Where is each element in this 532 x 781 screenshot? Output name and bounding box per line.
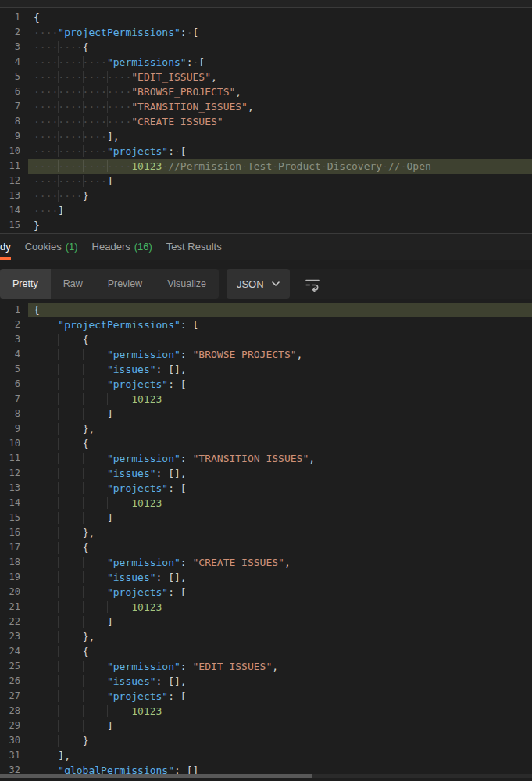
horizontal-scrollbar-thumb[interactable]	[0, 774, 312, 778]
code-text: "permission": "CREATE_ISSUES",	[28, 555, 532, 570]
code-line: 3 {	[0, 332, 532, 347]
line-number: 10	[0, 436, 28, 451]
code-line: 9 },	[0, 421, 532, 436]
code-text: ]	[28, 511, 532, 525]
line-number: 17	[0, 540, 28, 555]
line-number: 16	[0, 525, 28, 540]
tab-body-label: dy	[0, 241, 11, 253]
response-body-viewer[interactable]: 1{2 "projectPermissions": [3 {4 "permiss…	[0, 300, 532, 778]
code-line[interactable]: 12············]	[0, 174, 532, 188]
view-mode-pretty[interactable]: Pretty	[0, 269, 51, 299]
code-text: ················"EDIT_ISSUES",	[28, 70, 532, 84]
line-number: 27	[0, 689, 28, 704]
code-text: "issues": [],	[28, 466, 532, 481]
line-number: 7	[0, 392, 28, 407]
line-number: 14	[0, 203, 28, 218]
code-line: 15 ]	[0, 511, 532, 525]
code-line[interactable]: 8················"CREATE_ISSUES"	[0, 114, 532, 129]
line-number: 25	[0, 659, 28, 674]
format-dropdown-label: JSON	[237, 278, 264, 290]
code-text: "permission": "EDIT_ISSUES",	[28, 659, 532, 674]
code-line: 24 {	[0, 644, 532, 659]
code-line[interactable]: 15}	[0, 218, 532, 233]
code-text: ],	[28, 748, 532, 763]
wrap-text-button[interactable]	[304, 275, 321, 292]
code-line[interactable]: 14····]	[0, 203, 532, 218]
line-number: 3	[0, 40, 28, 55]
line-number: 29	[0, 718, 28, 733]
code-line[interactable]: 1{	[0, 10, 532, 25]
code-line: 21 10123	[0, 600, 532, 614]
code-line: 19 "issues": [],	[0, 570, 532, 585]
line-number: 11	[0, 451, 28, 466]
code-text: {	[28, 332, 532, 347]
tab-cookies[interactable]: Cookies (1)	[25, 234, 78, 260]
line-number: 30	[0, 733, 28, 748]
code-text: ]	[28, 407, 532, 421]
cookies-count-badge: (1)	[66, 241, 78, 253]
code-text: "projects": [	[28, 481, 532, 496]
code-line: 22 ]	[0, 614, 532, 629]
code-text: {	[28, 644, 532, 659]
view-mode-raw[interactable]: Raw	[51, 269, 95, 299]
line-number: 2	[0, 25, 28, 40]
line-number: 7	[0, 99, 28, 114]
code-line: 20 "projects": [	[0, 585, 532, 600]
code-line[interactable]: 5················"EDIT_ISSUES",	[0, 70, 532, 84]
tab-body[interactable]: dy	[0, 234, 11, 260]
line-number: 18	[0, 555, 28, 570]
code-line[interactable]: 10············"projects":·[	[0, 144, 532, 159]
line-number: 15	[0, 218, 28, 233]
code-line: 8 ]	[0, 407, 532, 421]
line-number: 9	[0, 129, 28, 144]
code-text: },	[28, 525, 532, 540]
view-mode-segmented-control: Pretty Raw Preview Visualize	[0, 269, 219, 299]
code-line: 14 10123	[0, 496, 532, 511]
code-line: 12 "issues": [],	[0, 466, 532, 481]
tab-headers[interactable]: Headers (16)	[92, 234, 152, 260]
line-number: 14	[0, 496, 28, 511]
code-text: "issues": [],	[28, 570, 532, 585]
line-number: 19	[0, 570, 28, 585]
request-body-editor[interactable]: 1{2····"projectPermissions":·[3········{…	[0, 8, 532, 233]
code-line: 17 {	[0, 540, 532, 555]
code-line[interactable]: 2····"projectPermissions":·[	[0, 25, 532, 40]
code-line[interactable]: 9············],	[0, 129, 532, 144]
code-line: 30 }	[0, 733, 532, 748]
line-number: 22	[0, 614, 28, 629]
code-text: "issues": [],	[28, 362, 532, 377]
line-number: 24	[0, 644, 28, 659]
response-view-toolbar: Pretty Raw Preview Visualize JSON	[0, 269, 532, 299]
code-line: 16 },	[0, 525, 532, 540]
code-line[interactable]: 11················10123·//Permission·Tes…	[0, 159, 532, 174]
line-number: 9	[0, 421, 28, 436]
code-text: 10123	[28, 392, 532, 407]
view-mode-visualize[interactable]: Visualize	[155, 269, 219, 299]
code-text: ············"permissions":·[	[28, 55, 532, 70]
code-line[interactable]: 13········}	[0, 188, 532, 203]
code-text: "projects": [	[28, 585, 532, 600]
line-number: 13	[0, 481, 28, 496]
code-line: 26 "issues": [],	[0, 674, 532, 689]
tab-test-results[interactable]: Test Results	[166, 234, 222, 260]
horizontal-scrollbar[interactable]	[0, 774, 532, 778]
code-line[interactable]: 4············"permissions":·[	[0, 55, 532, 70]
code-line[interactable]: 3········{	[0, 40, 532, 55]
format-dropdown[interactable]: JSON	[227, 269, 290, 299]
code-line: 2 "projectPermissions": [	[0, 317, 532, 332]
line-number: 12	[0, 174, 28, 188]
line-number: 6	[0, 377, 28, 392]
view-mode-preview[interactable]: Preview	[95, 269, 155, 299]
code-line[interactable]: 6················"BROWSE_PROJECTS",	[0, 84, 532, 99]
request-section-top-edge	[0, 0, 532, 8]
code-line: 10 {	[0, 436, 532, 451]
code-line: 25 "permission": "EDIT_ISSUES",	[0, 659, 532, 674]
code-text: {	[28, 10, 532, 25]
wrap-text-icon	[304, 275, 321, 292]
line-number: 5	[0, 70, 28, 84]
code-line: 23 },	[0, 629, 532, 644]
code-line[interactable]: 7················"TRANSITION_ISSUES",	[0, 99, 532, 114]
code-text: 10123	[28, 704, 532, 718]
code-text: }	[28, 218, 532, 233]
line-number: 13	[0, 188, 28, 203]
